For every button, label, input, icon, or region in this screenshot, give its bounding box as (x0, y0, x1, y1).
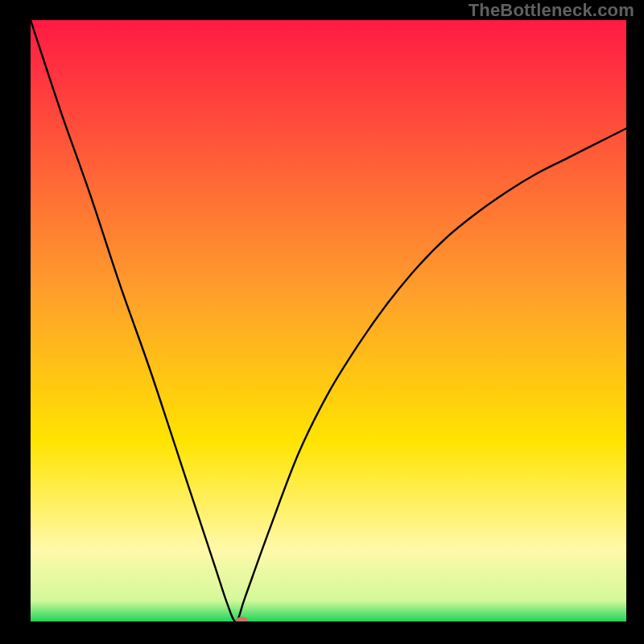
bottleneck-chart (0, 0, 644, 644)
current-point-marker (236, 617, 249, 626)
plot-background (31, 20, 626, 621)
chart-frame: { "watermark": "TheBottleneck.com", "cha… (0, 0, 644, 644)
watermark-text: TheBottleneck.com (469, 0, 634, 21)
